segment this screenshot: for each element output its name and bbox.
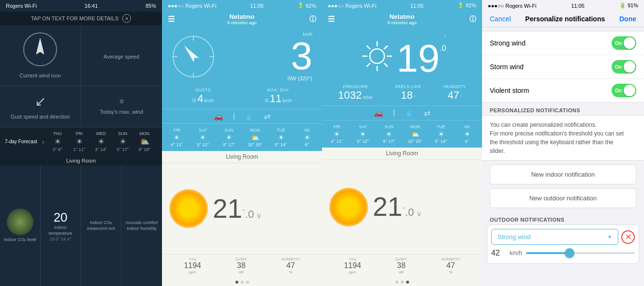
co2-measure-cell: Indoor CO₂ measurem ent [81,166,122,286]
delete-outdoor-notification-button[interactable]: ✕ [621,230,635,244]
wind-arrow-icon [30,37,50,61]
svg-line-12 [367,46,370,49]
co2-cell: Indoor CO₂ level [0,166,41,286]
info-icon-p2[interactable]: ⓘ [309,15,316,24]
indoor-temp-big-p3: 21 [373,192,402,222]
outdoor-notification-box: Strong wind ▼ ✕ 42 km/h [487,225,639,264]
time-p3: 11:00 [410,3,424,9]
weather-main-p3: ° 19 .0 [322,27,482,80]
panel-weather-wind: ●●●○○ Rogers Wi-Fi 11:00 🔋92% ☰ Netatmo … [162,0,322,286]
outdoor-notification-select[interactable]: Strong wind ▼ [491,229,618,245]
personalized-section-header: PERSONALIZED NOTIFICATIONS [482,103,644,115]
panel-weather-temp: ●●●○○ Rogers Wi-Fi 11:00 🔋 92% ☰ Netatmo… [322,0,482,286]
strong-wind-toggle[interactable]: On [612,36,636,50]
app-name-p2: Netatmo [227,13,257,20]
weather-app-header-p2: ☰ Netatmo 8 minutes ago ⓘ [162,11,322,27]
co2-label: Indoor CO₂ level [4,237,36,243]
gusts-unit: km/h [205,98,214,103]
weather-app-header-p3: ☰ Netatmo 8 minutes ago ⓘ [322,11,482,27]
gusts-icon: ⊙ [192,97,196,104]
info-icon-p3[interactable]: ⓘ [469,15,476,24]
gust-label: Gust speed and direction [11,114,70,120]
violent-storm-toggle-knob [624,85,635,96]
day-temps: 3° 14° [95,147,107,152]
hamburger-icon-p2[interactable]: ☰ [168,15,175,24]
weather-icons-row-p3: 🚗 | 💧 ⇄ [322,105,482,120]
app-subtitle-p3: 8 minutes ago [387,20,417,25]
living-content-p3: 21°.0 ∨ [322,160,482,254]
today-max-label: Today's max. wind [100,109,143,115]
living-room-label-p1: Living Room [0,156,162,166]
storm-wind-toggle[interactable]: On [612,60,636,74]
humidity-val-p3: 47 [448,89,459,102]
indoor-temp-val: 20 [54,210,68,225]
outdoor-notif-row: Strong wind ▼ ✕ [491,229,635,245]
feels-like-val: 18 [401,89,412,102]
wf-sun-p3: SUN ☀ 9° 17° [377,123,402,145]
humidity-bottom-stat: HUMIDITY 47 % [281,257,300,274]
wind-direction-p2: NW (320°) [288,75,312,81]
violent-storm-toggle[interactable]: On [612,84,636,97]
strong-wind-toggle-row: Strong wind On [482,31,644,55]
strong-wind-toggle-on-label: On [615,41,622,46]
battery-p2: 🔋92% [297,2,316,9]
done-button[interactable]: Done [619,15,636,23]
day-icon: ☀ [54,137,61,146]
gust-cell: ↙ Gust speed and direction [0,86,81,127]
dot-1-p2 [235,281,238,284]
status-bar-p2: ●●●○○ Rogers Wi-Fi 11:00 🔋92% [162,0,322,11]
new-indoor-notification-button[interactable]: New indoor notification [490,165,636,184]
wind-icon-label: Current wind icon [19,73,61,78]
violent-storm-toggle-on-label: On [615,88,622,93]
indoor-temp-decimal-p3: °.0 [402,206,414,218]
cancel-button[interactable]: Cancel [490,15,511,23]
co2-bottom-stat: CO₂ 1194 ppm [184,257,201,274]
wf-tue: TUE ☀ 5° 14° [268,126,293,149]
notification-toggles-section: Strong wind On Storm wind On Violent sto… [482,31,644,103]
wf-fri: FRI ☀ 4° 11° [164,126,190,149]
threshold-row: 42 km/h [491,245,635,259]
battery-p4: 🔋 91% [619,2,638,9]
day-label: FRI [76,131,83,136]
maxday-stat: MAX. DAY ⊙ 11 km/h [264,88,292,105]
arrows-icon-p2: ⇄ [264,112,270,121]
temp-big-p3: 19 [396,39,439,78]
humidity-label-p3: HUMIDITY [444,84,466,89]
arrows-icon-p3: ⇄ [424,108,430,118]
day-label: WED [96,131,106,136]
time-p2: 11:00 [250,3,263,9]
pressure-val: 1032 [338,89,362,102]
dot-2-p3 [401,281,404,284]
maxday-unit: km/h [282,98,292,103]
day-icon: ☀ [119,137,126,146]
outdoor-select-label: Strong wind [498,233,531,241]
outdoor-notifications-section-header: OUTDOOR NOTIFICATIONS [482,212,644,225]
threshold-slider-knob[interactable] [565,248,574,258]
svg-point-7 [370,49,384,63]
maxday-label: MAX. DAY [267,88,289,92]
car-icon-p3: 🚗 [374,108,383,118]
threshold-slider[interactable] [526,252,635,254]
storm-wind-toggle-on-label: On [615,64,622,70]
hamburger-icon-p3[interactable]: ☰ [328,15,335,24]
day-icon: ☀ [98,137,104,146]
droplet-icon-p2: 💧 [245,112,254,121]
day-icon: ⛅ [140,137,149,146]
living-bottom-stats-p3: CO₂ 1194 ppm QUIET 38 dB HUMIDITY 47 % [322,254,482,278]
close-button[interactable]: ✕ [122,14,131,23]
indoor-temp-big-p2: 21 [213,194,242,224]
indoor-temp-decimal-p2: °.0 [242,208,254,220]
wind-speed-big-p2: 3 [288,37,312,75]
sun-icon-p3 [358,39,396,73]
notif-settings-header: Cancel Personalize notifications Done [482,11,644,27]
day-label: THU [53,131,62,136]
wind-unit-top-p2: km/h [288,32,312,37]
dot-3-p2 [246,281,249,284]
wf-sat: SAT ☀ 5° 12° [190,126,216,149]
thermometer-icon-p2: | [233,112,235,121]
wind-speed-display-p2: km/h 3 NW (320°) [288,32,312,81]
compass-svg-p2 [172,35,215,78]
car-icon-p2: 🚗 [214,112,223,121]
new-outdoor-notification-button[interactable]: New outdoor notification [490,188,636,208]
pagination-dots-p2 [162,278,322,286]
